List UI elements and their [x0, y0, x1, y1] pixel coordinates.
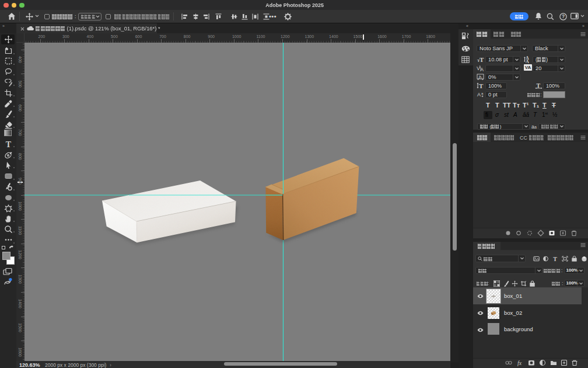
svg-text:?: ?	[562, 13, 565, 19]
svg-text:T: T	[479, 82, 484, 89]
svg-text:a: a	[481, 92, 484, 95]
svg-text:T: T	[537, 82, 541, 89]
svg-text:A: A	[526, 59, 529, 63]
svg-text:A: A	[477, 92, 481, 98]
svg-text:T: T	[480, 56, 484, 63]
svg-text:fx: fx	[517, 360, 522, 366]
svg-text:あ: あ	[478, 75, 482, 79]
svg-text:T: T	[553, 256, 557, 262]
svg-text:T: T	[5, 140, 11, 148]
